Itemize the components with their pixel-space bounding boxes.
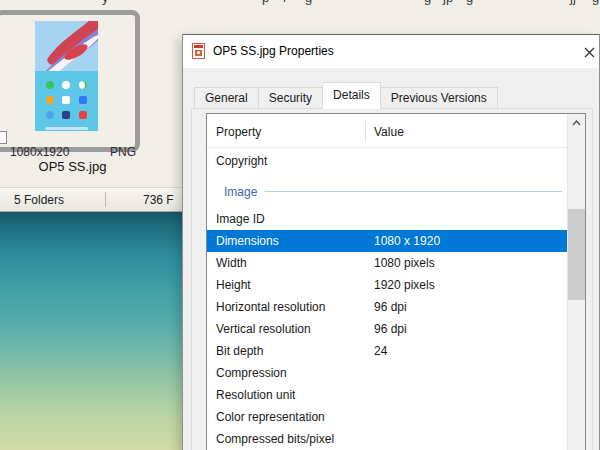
property-name: Width (216, 256, 365, 270)
dimensions-badge: 1080x1920 (10, 145, 69, 159)
scroll-up-icon[interactable] (568, 114, 585, 131)
clipped-filename-fragment: g (592, 0, 599, 5)
property-row[interactable]: Width1080 pixels (207, 252, 568, 274)
thumbnail-wallpaper (35, 21, 98, 71)
property-value: 96 dpi (374, 322, 407, 336)
property-row[interactable]: Vertical resolution96 dpi (207, 318, 568, 340)
tab-general[interactable]: General (194, 87, 259, 109)
scrollbar-thumb[interactable] (568, 209, 585, 300)
property-row[interactable]: Compressed bits/pixel (207, 428, 568, 450)
column-header-property[interactable]: Property (216, 125, 261, 139)
image-file-icon (192, 43, 205, 59)
ocean-preview-image (0, 212, 184, 450)
property-row[interactable]: Dimensions1080 x 1920 (207, 230, 568, 252)
phone-screenshot-thumbnail (35, 21, 98, 131)
group-label: Image (224, 185, 257, 199)
property-name: Vertical resolution (216, 322, 365, 336)
property-name: Compressed bits/pixel (216, 432, 365, 446)
clipped-filename-fragment: g (305, 0, 312, 5)
property-row[interactable]: Color representation (207, 406, 568, 428)
property-name: Image ID (216, 212, 365, 226)
folders-count: 5 Folders (14, 193, 64, 207)
property-row[interactable]: Image ID (207, 208, 568, 230)
file-checkbox[interactable] (0, 131, 7, 144)
clipped-filename-fragment: jj (570, 0, 576, 5)
clipped-filename-fragment: g (424, 0, 431, 5)
property-name: Resolution unit (216, 388, 365, 402)
property-name: Color representation (216, 410, 365, 424)
property-name: Dimensions (216, 234, 365, 248)
property-row[interactable]: Compression (207, 362, 568, 384)
close-icon[interactable] (579, 44, 599, 60)
property-row[interactable]: Horizontal resolution96 dpi (207, 296, 568, 318)
format-badge: PNG (110, 145, 136, 159)
details-list-rows: CopyrightImageImage IDDimensions1080 x 1… (207, 147, 568, 450)
selected-file-thumbnail[interactable]: 1080x1920 PNG (0, 10, 140, 152)
files-count: 736 F (143, 193, 174, 207)
status-bar: 5 Folders 736 F (0, 187, 184, 212)
vertical-scrollbar[interactable] (567, 114, 585, 450)
properties-list[interactable]: Property Value CopyrightImageImage IDDim… (206, 113, 586, 450)
thumbnail-homescreen (35, 71, 98, 131)
clipped-filename-fragment: jp (443, 0, 453, 5)
clipped-filename-fragment: y (102, 0, 109, 5)
screen: yprggjpgjjg 1080x1920 PNG OP5 (0, 0, 600, 450)
property-value: 24 (374, 344, 387, 358)
property-row[interactable]: Resolution unit (207, 384, 568, 406)
clipped-filename-fragment: p (262, 0, 269, 5)
property-row[interactable]: Copyright (207, 147, 568, 175)
dialog-titlebar[interactable]: OP5 SS.jpg Properties (183, 35, 599, 68)
clipped-filename-row: yprggjpgjjg (0, 0, 600, 9)
property-name: Compression (216, 366, 365, 380)
property-value: 1080 pixels (374, 256, 435, 270)
tab-details[interactable]: Details (322, 82, 381, 109)
property-name: Horizontal resolution (216, 300, 365, 314)
column-separator[interactable] (365, 121, 366, 142)
properties-dialog: OP5 SS.jpg Properties GeneralSecurityDet… (182, 34, 600, 450)
dialog-title: OP5 SS.jpg Properties (213, 35, 334, 68)
property-name: Height (216, 278, 365, 292)
property-group-row[interactable]: Image (207, 175, 568, 208)
tab-security[interactable]: Security (258, 87, 323, 109)
property-name: Copyright (216, 154, 365, 168)
list-header[interactable]: Property Value (207, 114, 568, 148)
property-value: 1920 pixels (374, 278, 435, 292)
column-header-value[interactable]: Value (374, 125, 404, 139)
property-value: 96 dpi (374, 300, 407, 314)
tab-strip: GeneralSecurityDetailsPrevious Versions (194, 82, 497, 109)
clipped-filename-fragment: r (283, 0, 287, 5)
file-name-label: OP5 SS.jpg (0, 159, 145, 174)
property-name: Bit depth (216, 344, 365, 358)
clipped-filename-fragment: g (466, 0, 473, 5)
tab-previous-versions[interactable]: Previous Versions (380, 87, 498, 109)
property-value: 1080 x 1920 (374, 234, 440, 248)
status-separator (105, 192, 106, 207)
property-row[interactable]: Height1920 pixels (207, 274, 568, 296)
thumbnail-app-icons (42, 78, 91, 122)
group-divider-line (265, 191, 562, 192)
property-row[interactable]: Bit depth24 (207, 340, 568, 362)
